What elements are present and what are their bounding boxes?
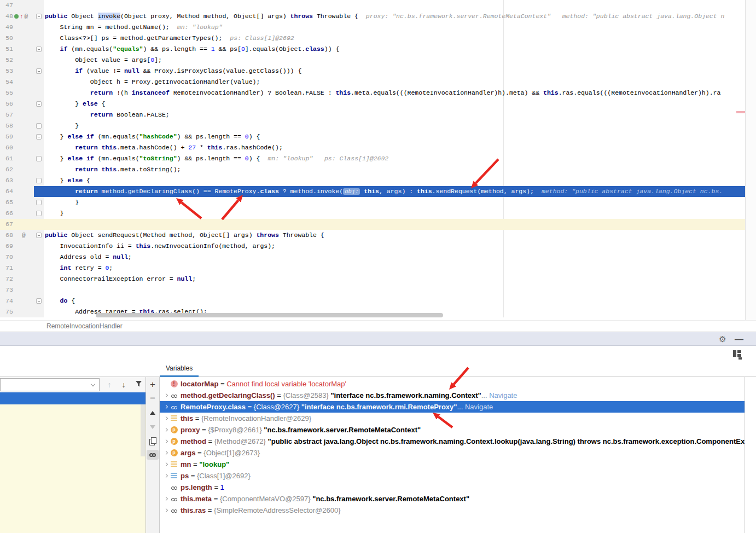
code-editor[interactable]: 4748↑@public Object invoke(Object proxy,… (0, 0, 745, 320)
code-line[interactable]: 53 if (value != null && Proxy.isProxyCla… (0, 66, 745, 77)
expand-chevron-icon[interactable] (162, 405, 170, 408)
line-number: 66 (0, 208, 34, 219)
code-line[interactable]: 55 return !(h instanceof RemoteInvocatio… (0, 88, 745, 99)
code-line[interactable]: 67 (0, 219, 745, 230)
implements-icon[interactable] (14, 14, 19, 19)
variable-row[interactable]: mn = "lookup" (160, 459, 745, 470)
inline-debugger-hint: proxy: "nc.bs.framework.server.RemoteMet… (366, 13, 725, 20)
code-line[interactable]: 63 } else { (0, 175, 745, 186)
field-icon (171, 461, 177, 467)
variable-row[interactable]: !locatorMap = Cannot find local variable… (160, 378, 745, 390)
code-line[interactable]: 57 return Boolean.FALSE; (0, 109, 745, 120)
watches-icon[interactable] (146, 448, 159, 461)
layout-icon[interactable] (733, 350, 741, 357)
tab-variables[interactable]: Variables (160, 362, 199, 377)
code-line[interactable]: 49 String mn = method.getName();mn: "loo… (0, 22, 745, 33)
variable-value: {Class[1]@2692} (197, 472, 251, 480)
down-arrow-icon[interactable]: ↓ (117, 378, 130, 391)
code-line[interactable]: 56 } else { (0, 99, 745, 109)
override-arrow-icon[interactable]: ↑ (20, 11, 24, 22)
code-line[interactable]: 60 return this.meta.hashCode() + 27 * th… (0, 142, 745, 153)
code-line[interactable]: 58 } (0, 120, 745, 131)
filter-icon[interactable] (132, 378, 145, 391)
expand-chevron-icon[interactable] (162, 417, 170, 420)
variable-row[interactable]: ps = {Class[1]@2692} (160, 470, 745, 482)
variable-value: "nc.bs.framework.server.RemoteMetaContex… (264, 426, 421, 434)
code-line[interactable]: 71 int retry = 0; (0, 263, 745, 274)
fold-marker-icon[interactable] (36, 298, 42, 304)
code-line[interactable]: 59 } else if (mn.equals("hashCode") && p… (0, 131, 745, 142)
code-line[interactable]: 65 } (0, 197, 745, 208)
thread-combobox[interactable] (0, 378, 100, 391)
expand-chevron-icon[interactable] (162, 497, 170, 500)
code-line[interactable]: 66 } (0, 208, 745, 219)
minimize-icon[interactable]: — (733, 332, 745, 346)
duplicate-icon[interactable] (146, 434, 159, 447)
fold-marker-icon[interactable] (36, 14, 42, 19)
gear-icon[interactable]: ⚙ (717, 332, 729, 346)
code-line[interactable]: 72 ConnectorFailException error = null; (0, 274, 745, 285)
up-arrow-icon[interactable]: ↑ (103, 378, 116, 391)
expand-chevron-icon[interactable] (162, 451, 170, 454)
code-line[interactable]: 50 Class<?>[] ps = method.getParameterTy… (0, 33, 745, 44)
code-line[interactable]: 48↑@public Object invoke(Object proxy, M… (0, 11, 745, 22)
expand-chevron-icon[interactable] (162, 394, 170, 397)
fold-marker-icon[interactable] (36, 211, 42, 216)
expand-chevron-icon[interactable] (162, 440, 170, 443)
variable-row[interactable]: pmethod = {Method@2672} "public abstract… (160, 436, 745, 447)
code-line[interactable]: 62 return this.meta.toString(); (0, 164, 745, 175)
selected-frame-row[interactable] (0, 392, 146, 404)
code-line[interactable]: 74 do { (0, 296, 745, 306)
variable-row[interactable]: RemoteProxy.class = {Class@2627} "interf… (160, 401, 745, 413)
add-icon[interactable]: + (146, 378, 159, 391)
frames-pane: ↑ ↓ (0, 377, 146, 533)
remove-icon[interactable]: − (146, 392, 159, 405)
line-number: 55 (0, 88, 34, 99)
code-line[interactable]: 70 Address old = null; (0, 252, 745, 263)
line-number: 70 (0, 252, 34, 263)
error-stripe-mark[interactable] (736, 111, 745, 113)
variable-row[interactable]: this.ras = {SimpleRemoteAddressSelector@… (160, 505, 745, 516)
fold-marker-icon[interactable] (36, 233, 42, 238)
variable-row[interactable]: method.getDeclaringClass() = {Class@2583… (160, 390, 745, 401)
code-line[interactable]: 47 (0, 0, 745, 11)
fold-marker-icon[interactable] (36, 101, 42, 107)
fold-marker-icon[interactable] (36, 123, 42, 129)
expand-chevron-icon[interactable] (162, 463, 170, 466)
scrollbar-thumb[interactable] (96, 313, 443, 317)
fold-marker-icon[interactable] (36, 178, 42, 183)
code-line[interactable]: 73 (0, 285, 745, 296)
code-line[interactable]: 68@public Object sendRequest(Method meth… (0, 230, 745, 241)
editor-error-stripe[interactable] (745, 0, 756, 320)
fold-marker-icon[interactable] (36, 200, 42, 205)
move-up-icon[interactable] (146, 406, 159, 419)
code-line[interactable]: 64 return method.getDeclaringClass() == … (0, 186, 745, 197)
expand-chevron-icon[interactable] (162, 474, 170, 477)
variable-row[interactable]: this = {RemoteInvocationHandler@2629} (160, 413, 745, 424)
fold-marker-icon[interactable] (36, 156, 42, 161)
code-line[interactable]: 69 InvocationInfo ii = this.newInvocatio… (0, 241, 745, 252)
variable-row[interactable]: ps.length = 1 (160, 482, 745, 493)
code-line[interactable]: 51 if (mn.equals("equals") && ps.length … (0, 44, 745, 55)
code-line[interactable]: 54 Object h = Proxy.getInvocationHandler… (0, 77, 745, 88)
fold-marker-icon[interactable] (36, 134, 42, 140)
expand-chevron-icon[interactable] (162, 509, 170, 512)
variable-row[interactable]: this.meta = {ComponentMetaVO@2597} "nc.b… (160, 493, 745, 505)
fold-marker-icon[interactable] (36, 68, 42, 74)
frames-scrollbar-thumb[interactable] (141, 404, 145, 456)
fold-gutter (34, 11, 44, 22)
fold-gutter (34, 88, 44, 99)
code-line[interactable]: 61 } else if (mn.equals("toString") && p… (0, 153, 745, 164)
navigate-link[interactable]: Navigate (489, 391, 517, 399)
fold-gutter (34, 208, 44, 219)
fold-marker-icon[interactable] (36, 47, 42, 52)
horizontal-scrollbar[interactable] (44, 312, 745, 318)
breadcrumb: RemoteInvocationHandler (0, 320, 756, 332)
code-line[interactable]: 52 Object value = args[0]; (0, 55, 745, 66)
move-down-icon[interactable] (146, 420, 159, 433)
navigate-link[interactable]: Navigate (465, 403, 493, 411)
variable-row[interactable]: pargs = {Object[1]@2673} (160, 447, 745, 459)
breadcrumb-class[interactable]: RemoteInvocationHandler (46, 322, 123, 330)
variable-row[interactable]: pproxy = {$Proxy8@2661} "nc.bs.framework… (160, 424, 745, 436)
expand-chevron-icon[interactable] (162, 428, 170, 431)
